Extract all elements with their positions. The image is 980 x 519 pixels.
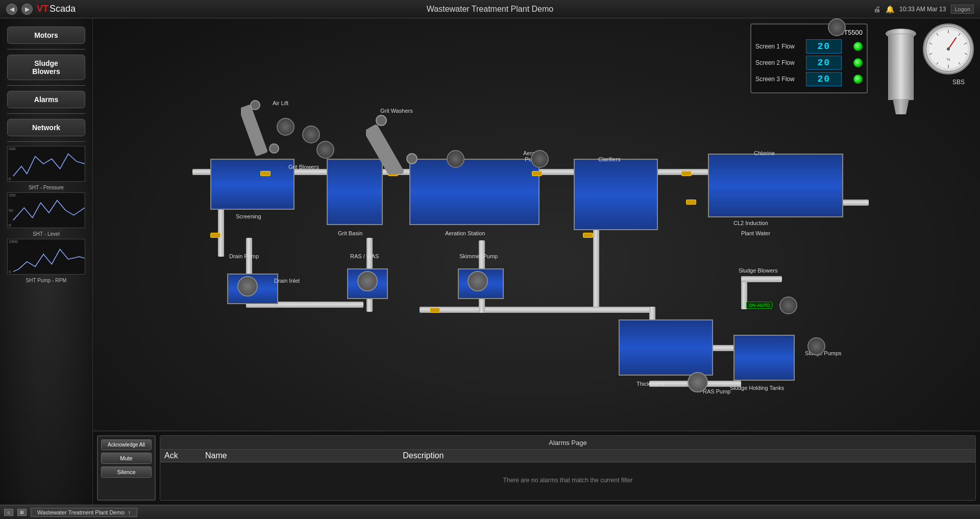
cylinder-body [888,34,914,100]
col-description: Description [399,451,975,460]
topbar-right: 🖨 🔔 10:33 AM Mar 13 Logon [873,5,974,14]
drain-pump-label: Drain Pump [229,253,259,259]
row1-label: Screen 1 Flow [755,43,795,50]
instrument-panel: LIT5500 Screen 1 Flow 20 Screen 2 Flow 2… [750,23,868,93]
aeration-pump-icon-2[interactable] [447,150,464,168]
skimmer-pump-label: Skimmer Pump [459,253,498,259]
sidebar-network-button[interactable]: Network [7,119,85,136]
svg-rect-8 [420,307,598,313]
taskbar-item[interactable]: Wastewater Treatment Plant Demo ↑ [31,508,137,517]
col-name: Name [201,451,399,460]
gauge-label: SBS [952,79,965,86]
row3-lcd: 20 [806,72,842,86]
ras-was-pump-icon[interactable] [357,271,378,291]
sidebar-divider-3 [7,113,85,114]
sidebar-divider-2 [7,85,85,86]
drain-pump-icon[interactable] [237,276,258,296]
panel-row-3: Screen 3 Flow 20 [755,72,863,86]
alarms-title: Alarms Page [160,436,975,450]
grit-blowers-label: Grit Blowers [288,164,319,170]
logon-button[interactable]: Logon [951,5,974,14]
alarms-page-title: Alarms Page [549,439,586,447]
acknowledge-all-button[interactable]: Acknowledge All [101,439,152,450]
svg-point-33 [947,47,950,51]
chlorine-label: Chlorine [754,150,775,156]
scada-text: Scada [50,4,76,14]
sludge-pump-icon-2[interactable] [828,18,846,36]
datetime: 10:33 AM Mar 13 [899,6,946,13]
sludge-blowers-proc-label: Sludge Blowers [739,267,777,274]
sludge-holding-tank [733,335,795,381]
sidebar-divider-4 [7,141,85,142]
svg-point-40 [270,144,279,153]
sludge-pump-icon-1[interactable] [807,337,825,355]
chart1-zero: 0 [9,177,15,181]
aeration-pump-icon-1[interactable] [531,150,549,168]
alarms-section: Acknowledge All Mute Silence Alarms Page… [93,431,980,505]
row3-label: Screen 3 Flow [755,76,795,83]
mute-button[interactable]: Mute [101,453,152,464]
silence-button[interactable]: Silence [101,466,152,478]
grit-blower-icon-2[interactable] [316,141,334,159]
svg-text:%: % [946,57,950,62]
sidebar-motors-button[interactable]: Motors [7,27,85,44]
grid-icon[interactable]: ⊞ [17,509,27,516]
panel-row-1: Screen 1 Flow 20 [755,39,863,54]
no-alarms-message: There are no alarms that match the curre… [503,477,632,484]
chlorine-tank [708,154,843,217]
instrument-panel-title: LIT5500 [755,29,863,36]
vt-text: VT [37,4,48,14]
level-chart: 100 50 0 [7,192,85,228]
ras-pump-icon[interactable] [688,372,708,392]
forward-button[interactable]: ▶ [21,4,33,15]
sidebar: Motors Sludge Blowers Alarms Network 200… [0,18,93,505]
air-lift-svg [241,95,292,161]
main-area: Motors Sludge Blowers Alarms Network 200… [0,18,980,505]
panel-row-2: Screen 2 Flow 20 [755,56,863,70]
svg-point-39 [251,101,260,110]
flow-ind-7 [210,233,220,238]
bottombar: ⌂ ⊞ Wastewater Treatment Plant Demo ↑ [0,505,980,519]
clarifiers-label: Clarifiers [598,156,620,162]
topbar: ◀ ▶ VT Scada Wastewater Treatment Plant … [0,0,980,18]
rpm-chart: 1500 0 [7,239,85,275]
bell-icon[interactable]: 🔔 [886,5,894,13]
plant-water-label: Plant Water [741,230,770,236]
row1-lcd: 20 [806,39,842,54]
chart2-max: 100 [9,193,15,197]
row2-status [853,58,863,67]
row2-lcd: 20 [806,56,842,70]
cylinder-bottom [891,99,911,114]
gauge: % [923,23,974,75]
alarms-header: Ack Name Description [160,450,975,462]
sludge-holding-label: Sludge Holding Tanks [730,385,784,391]
back-button[interactable]: ◀ [6,4,17,15]
grit-blower-icon[interactable] [302,126,320,143]
print-icon[interactable]: 🖨 [873,5,880,13]
sludge-blowers-label: Sludge Blowers [32,59,60,76]
svg-point-36 [376,115,386,126]
aeration-station-label: Aeration Station [445,230,485,236]
alarms-empty: There are no alarms that match the curre… [160,462,975,498]
vtscada-logo: VT Scada [37,4,76,14]
on-auto-badge: ON-AUTO [746,302,772,309]
grit-basin-label: Grit Basin [338,230,362,236]
chart2-label: SHT - Level [0,231,92,237]
clarifiers-tank [574,159,658,230]
col-ack: Ack [160,451,201,460]
chart3-max: 1500 [9,239,18,244]
skimmer-pump-icon[interactable] [468,271,488,291]
chart2-zero: 0 [9,223,15,228]
sidebar-alarms-button[interactable]: Alarms [7,91,85,108]
home-icon[interactable]: ⌂ [4,509,13,516]
row1-status [853,42,863,51]
screening-tank [210,159,295,210]
flow-ind-3 [532,171,542,176]
sludge-blower-icon[interactable] [779,296,797,314]
sidebar-sludge-blowers-button[interactable]: Sludge Blowers [7,55,85,80]
svg-rect-12 [593,307,654,313]
cl2-induction-label: CL2 Induction [733,220,768,226]
svg-rect-7 [593,225,599,312]
chart2-50: 50 [9,208,15,213]
chart3-zero: 0 [9,269,18,274]
